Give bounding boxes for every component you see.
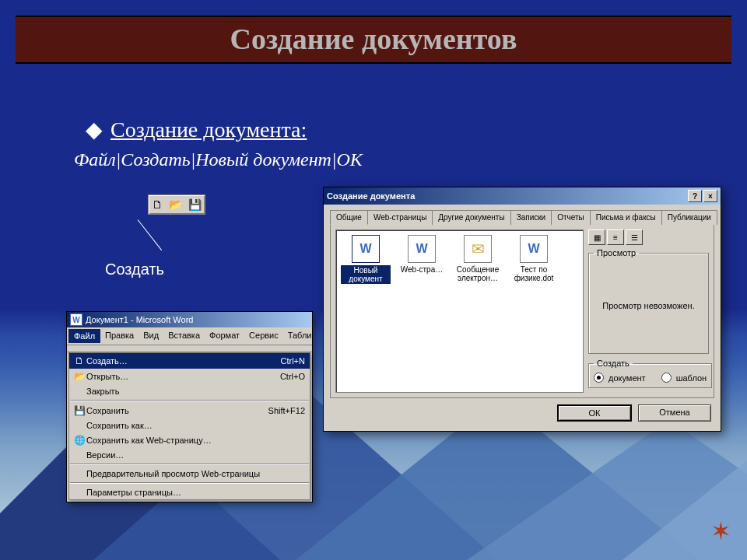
- bullet-heading: ◆Создание документа:: [86, 117, 307, 142]
- radio-template[interactable]: [661, 373, 672, 383]
- help-button[interactable]: ?: [688, 190, 702, 202]
- preview-legend: Просмотр: [594, 248, 639, 257]
- tab-general[interactable]: Общие: [330, 210, 368, 225]
- tab-web[interactable]: Web-страницы: [367, 210, 433, 225]
- close-button[interactable]: ×: [703, 190, 717, 202]
- word-title-text: Документ1 - Microsoft Word: [86, 315, 193, 324]
- pointer-line: [138, 219, 163, 250]
- menu-table[interactable]: Табли: [283, 329, 317, 343]
- file-menu-save-as-web[interactable]: 🌐 Сохранить как Web-страницу…: [69, 432, 310, 448]
- open-icon[interactable]: 📂: [169, 199, 182, 210]
- globe-icon: 🌐: [72, 435, 86, 446]
- file-menu-versions[interactable]: Версии…: [69, 448, 310, 462]
- file-menu: 🗋 Создать… Ctrl+N 📂 Открыть… Ctrl+O Закр…: [68, 352, 310, 500]
- word-menubar: Файл Правка Вид Вставка Формат Сервис Та…: [67, 327, 312, 345]
- create-legend: Создать: [594, 359, 633, 368]
- file-menu-save-as[interactable]: Сохранить как…: [69, 418, 310, 432]
- create-callout-label: Создать: [105, 261, 164, 278]
- ok-button[interactable]: ОК: [557, 404, 632, 422]
- tab-notes[interactable]: Записки: [510, 210, 552, 225]
- dialog-tabs: Общие Web-страницы Другие документы Запи…: [330, 209, 714, 225]
- menu-file[interactable]: Файл: [68, 329, 100, 343]
- menu-format[interactable]: Формат: [205, 329, 244, 343]
- bullet-icon: ◆: [86, 117, 103, 142]
- dialog-titlebar: Создание документа ? ×: [324, 187, 721, 205]
- template-new-document[interactable]: W Новый документ: [341, 235, 391, 284]
- word-doc-icon: W: [352, 235, 380, 263]
- word-titlebar: W Документ1 - Microsoft Word: [67, 312, 312, 327]
- save-disk-icon: 💾: [72, 405, 86, 416]
- file-menu-close[interactable]: Закрыть: [69, 384, 310, 398]
- file-menu-create[interactable]: 🗋 Создать… Ctrl+N: [69, 353, 310, 369]
- bullet-path: Файл|Создать|Новый документ|ОК: [74, 149, 363, 170]
- word-window: W Документ1 - Microsoft Word Файл Правка…: [66, 311, 313, 502]
- tab-publications[interactable]: Публикации: [661, 210, 717, 225]
- word-doc-icon: W: [408, 235, 436, 263]
- menu-insert[interactable]: Вставка: [163, 329, 205, 343]
- file-menu-open[interactable]: 📂 Открыть… Ctrl+O: [69, 369, 310, 384]
- template-web-page[interactable]: W Web-стра…: [397, 235, 447, 274]
- view-mode-buttons: ▦ ≡ ☰: [588, 229, 709, 245]
- file-menu-page-setup[interactable]: Параметры страницы…: [69, 485, 310, 499]
- cancel-button[interactable]: Отмена: [638, 404, 711, 422]
- new-document-dialog: Создание документа ? × Общие Web-страниц…: [323, 187, 721, 432]
- mini-toolbar: 🗋 📂 💾: [148, 194, 205, 215]
- word-doc-icon: W: [520, 235, 548, 263]
- word-app-icon: W: [70, 313, 82, 326]
- new-doc-icon: 🗋: [72, 355, 86, 366]
- menu-view[interactable]: Вид: [139, 329, 163, 343]
- radio-document[interactable]: [594, 373, 604, 383]
- menu-tools[interactable]: Сервис: [244, 329, 283, 343]
- preview-text: Просмотр невозможен.: [594, 262, 703, 348]
- tab-other[interactable]: Другие документы: [432, 210, 510, 225]
- radio-document-label: документ: [608, 373, 646, 383]
- view-details[interactable]: ☰: [626, 229, 643, 245]
- view-large-icons[interactable]: ▦: [588, 229, 605, 245]
- slide-title: Создание документов: [16, 16, 731, 64]
- view-list[interactable]: ≡: [607, 229, 624, 245]
- radio-template-label: шаблон: [676, 373, 707, 383]
- envelope-icon: ✉: [464, 235, 492, 263]
- template-list: W Новый документ W Web-стра… ✉ Сообщение…: [335, 229, 584, 393]
- preview-group: Просмотр Просмотр невозможен.: [588, 248, 709, 354]
- tab-reports[interactable]: Отчеты: [551, 210, 591, 225]
- dialog-title: Создание документа: [327, 191, 415, 201]
- template-email[interactable]: ✉ Сообщение электрон…: [453, 235, 503, 282]
- decorative-star-icon: ✶: [710, 516, 731, 546]
- tab-letters[interactable]: Письма и факсы: [590, 210, 662, 225]
- create-type-group: Создать документ шаблон: [588, 359, 712, 388]
- new-icon[interactable]: 🗋: [152, 199, 163, 210]
- open-folder-icon: 📂: [72, 371, 86, 382]
- word-toolbar-strip: [67, 345, 312, 352]
- file-menu-web-preview[interactable]: Предварительный просмотр Web-страницы: [69, 467, 310, 481]
- menu-edit[interactable]: Правка: [100, 329, 139, 343]
- file-menu-save[interactable]: 💾 Сохранить Shift+F12: [69, 403, 310, 418]
- template-test-physics[interactable]: W Тест по физике.dot: [509, 235, 559, 282]
- save-icon[interactable]: 💾: [188, 199, 202, 210]
